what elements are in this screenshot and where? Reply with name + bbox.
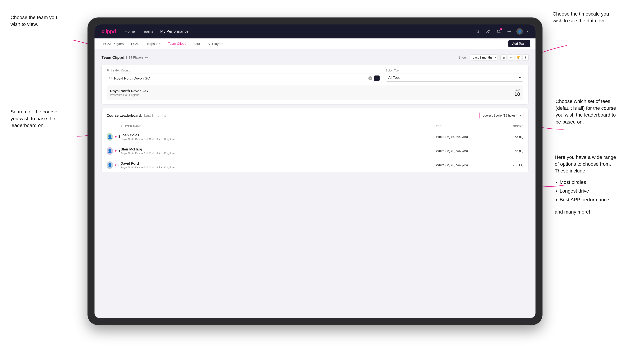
table-row: 👤 ♥ 1 Blair McHarg Royal North Devon Gol…	[102, 144, 528, 158]
notification-badge: 1	[500, 28, 502, 30]
tee-group: Select Tee All Tees ▾	[386, 69, 524, 82]
player-info-2: Blair McHarg Royal North Devon Golf Club…	[120, 147, 436, 155]
player-heart-3: ♥	[115, 163, 117, 167]
navbar-nav: Home Teams My Performance	[124, 29, 474, 34]
subnav-tour[interactable]: Tour	[190, 40, 203, 47]
subnav-pgat[interactable]: PGAT Players	[100, 40, 127, 47]
nav-home[interactable]: Home	[124, 29, 135, 34]
subnav-team-clippd[interactable]: Team Clippd	[165, 40, 190, 47]
player-tee-1: White (M) (6,744 yds)	[436, 135, 488, 139]
search-group: Find a Golf Course × ☆	[106, 69, 382, 83]
search-icon[interactable]	[474, 28, 481, 35]
leaderboard-section: Course Leaderboard, Last 3 months Lowest…	[102, 108, 528, 172]
annotation-mid-right: Choose which set of tees (default is all…	[556, 98, 616, 125]
people-icon[interactable]	[485, 28, 491, 35]
player-heart-2: ♥	[115, 149, 117, 153]
nav-my-performance[interactable]: My Performance	[160, 29, 188, 34]
svg-point-3	[487, 30, 488, 31]
show-select[interactable]: Last 3 months	[470, 54, 498, 60]
svg-point-5	[508, 31, 510, 32]
player-score-1: 72 (E)	[488, 135, 524, 139]
tablet-screen: clippd Home Teams My Performance	[94, 24, 536, 318]
favorite-button[interactable]: ☆	[374, 75, 380, 81]
svg-point-1	[476, 30, 478, 32]
svg-point-6	[110, 77, 112, 79]
course-result[interactable]: Royal North Devon GC Westward Ho!, Engla…	[106, 85, 524, 100]
download-icon[interactable]: ⬇	[522, 54, 528, 60]
search-small-icon	[109, 77, 112, 80]
view-icons: ⊞ ≡ 🏆 ⬇	[500, 54, 528, 60]
bell-icon[interactable]: 1	[496, 28, 502, 35]
tablet: clippd Home Teams My Performance	[88, 17, 542, 325]
player-club-1: Royal North Devon Golf Club, United King…	[120, 138, 174, 141]
score-select-wrapper: Lowest Score (18 holes)	[480, 112, 524, 119]
player-rank-3: 👤 ♥ 3	[106, 161, 120, 169]
table-row: 👤 ♥ 1 Josh Coles Royal North Devon Golf …	[102, 130, 528, 144]
svg-line-2	[478, 32, 479, 33]
annotation-bottom-right: Here you have a wide range of options to…	[555, 154, 616, 215]
svg-line-7	[111, 79, 112, 80]
list-view-icon[interactable]: ≡	[508, 54, 514, 60]
nav-teams[interactable]: Teams	[142, 29, 153, 34]
search-input-wrapper: × ☆	[106, 74, 382, 83]
player-info-1: Josh Coles Royal North Devon Golf Club, …	[120, 133, 436, 141]
holes-badge: Holes 18	[514, 89, 520, 97]
trophy-icon[interactable]: 🏆	[515, 54, 521, 60]
leaderboard-header: Course Leaderboard, Last 3 months Lowest…	[102, 108, 528, 123]
player-avatar-3: 👤	[106, 161, 113, 169]
table-row: 👤 ♥ 3 David Ford Royal North Devon Golf …	[102, 158, 528, 172]
clear-search-button[interactable]: ×	[368, 76, 372, 80]
navbar: clippd Home Teams My Performance	[94, 24, 536, 38]
player-name-2: Blair McHarg	[120, 147, 174, 151]
col-tee: TEE	[436, 125, 488, 128]
grid-view-icon[interactable]: ⊞	[500, 54, 506, 60]
course-location: Westward Ho!, England	[110, 93, 148, 97]
player-club-3: Royal North Devon Golf Club, United King…	[120, 166, 174, 169]
subnav-pga[interactable]: PGA	[128, 40, 141, 47]
main-content: Team Clippd | 14 Players ✏ Show: Last 3 …	[94, 49, 536, 318]
list-item: Most birdies	[560, 178, 616, 187]
team-title: Team Clippd | 14 Players ✏	[102, 55, 148, 60]
select-tee-label: Select Tee	[386, 69, 524, 72]
course-search-input[interactable]	[114, 76, 366, 80]
settings-icon[interactable]	[506, 28, 512, 35]
player-avatar-2: 👤	[106, 147, 113, 155]
find-course-label: Find a Golf Course	[106, 69, 382, 72]
annotation-top-left: Choose the team you wish to view.	[10, 14, 57, 28]
tee-chevron: ▾	[519, 75, 521, 80]
player-rank-2: 👤 ♥ 1	[106, 147, 120, 155]
col-score: SCORE	[488, 125, 524, 128]
avatar-chevron[interactable]: ▾	[527, 29, 528, 33]
player-tee-3: White (M) (6,744 yds)	[436, 163, 488, 167]
course-result-info: Royal North Devon GC Westward Ho!, Engla…	[110, 89, 148, 97]
course-search-row: Find a Golf Course × ☆	[106, 69, 524, 83]
tee-select[interactable]: All Tees ▾	[386, 74, 524, 82]
course-name: Royal North Devon GC	[110, 89, 148, 93]
logo: clippd	[102, 28, 116, 34]
add-team-button[interactable]: Add Team	[508, 40, 530, 47]
subnav-hcaps[interactable]: Hcaps 1-5	[142, 40, 164, 47]
annotation-mid-left: Search for the course you wish to base t…	[10, 108, 58, 129]
player-score-2: 72 (E)	[488, 149, 524, 153]
svg-point-4	[488, 30, 490, 31]
player-rank-1: 👤 ♥ 1	[106, 133, 120, 141]
player-name-1: Josh Coles	[120, 133, 174, 137]
col-rank	[106, 125, 120, 128]
leaderboard-title: Course Leaderboard, Last 3 months	[106, 114, 166, 118]
edit-icon[interactable]: ✏	[145, 56, 148, 59]
holes-value: 18	[514, 91, 520, 97]
score-select[interactable]: Lowest Score (18 holes)	[480, 112, 524, 119]
annotation-top-right: Choose the timescale you wish to see the…	[553, 10, 609, 24]
navbar-icons: 1 👤 ▾	[474, 28, 528, 35]
list-item: Longest drive	[560, 187, 616, 195]
player-score-3: 73 (+1)	[488, 163, 524, 167]
col-player-name: PLAYER NAME	[120, 125, 436, 128]
player-info-3: David Ford Royal North Devon Golf Club, …	[120, 162, 436, 169]
holes-label: Holes	[514, 89, 520, 91]
player-tee-2: White (M) (6,744 yds)	[436, 149, 488, 153]
team-controls: Show: Last 3 months ▾ ⊞ ≡ 🏆 ⬇	[458, 54, 528, 60]
list-item: Best APP performance	[560, 195, 616, 204]
subnav-all-players[interactable]: All Players	[204, 40, 226, 47]
user-avatar[interactable]: 👤	[516, 28, 523, 35]
subnav: PGAT Players PGA Hcaps 1-5 Team Clippd T…	[94, 38, 536, 49]
